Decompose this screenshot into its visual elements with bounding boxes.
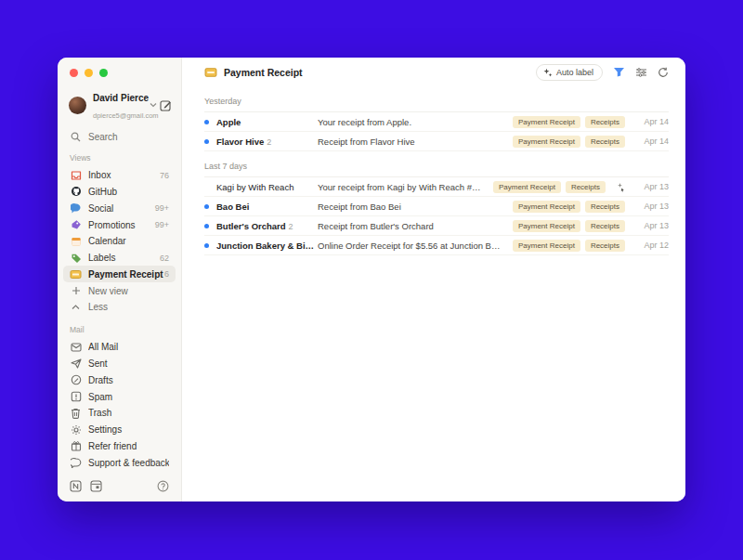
- gift-icon: [70, 440, 82, 451]
- new-view-button[interactable]: New view: [63, 282, 176, 299]
- display-options-button[interactable]: [635, 68, 647, 77]
- refer-friend-label: Refer friend: [88, 441, 169, 451]
- label-chip[interactable]: Receipts: [585, 240, 625, 252]
- thread-count: 2: [267, 137, 271, 147]
- help-button[interactable]: [157, 480, 169, 492]
- account-switcher[interactable]: David Pierce dpierce5@gmail.com: [58, 86, 181, 129]
- email-date: Apr 14: [625, 137, 669, 146]
- email-row[interactable]: Apple Your receipt from Apple. Payment R…: [204, 112, 669, 132]
- settings-label: Settings: [88, 424, 169, 435]
- inbox-icon: [70, 170, 82, 181]
- mail-section-label: Mail: [58, 325, 181, 334]
- filter-button[interactable]: [613, 67, 625, 77]
- sidebar-item-trash[interactable]: Trash: [63, 405, 176, 422]
- sender: Apple: [216, 117, 318, 127]
- label-chip[interactable]: Receipts: [585, 201, 625, 213]
- read-dot-placeholder: [204, 185, 209, 189]
- calendar-icon: [70, 236, 82, 247]
- unread-dot: [204, 139, 209, 144]
- label-chip[interactable]: Receipts: [585, 116, 625, 128]
- support-feedback-button[interactable]: Support & feedback: [63, 454, 176, 471]
- sidebar-item-labels[interactable]: Labels 62: [63, 250, 176, 267]
- sidebar-item-label: All Mail: [88, 342, 169, 352]
- all-mail-icon: [70, 343, 82, 352]
- subject: Receipt from Bao Bei: [318, 202, 513, 212]
- view-title: Payment Receipt: [224, 67, 303, 78]
- email-date: Apr 12: [625, 241, 669, 250]
- sidebar-item-social[interactable]: Social 99+: [63, 200, 176, 216]
- unread-dot: [204, 243, 209, 248]
- label-chip[interactable]: Receipts: [585, 136, 625, 148]
- subject: Receipt from Butler's Orchard: [318, 221, 513, 231]
- notion-app-icon[interactable]: [70, 480, 82, 492]
- views-section-label: Views: [58, 153, 181, 163]
- auto-label-button[interactable]: Auto label: [536, 64, 603, 81]
- sidebar-item-calendar[interactable]: Calendar: [63, 233, 176, 250]
- label-chip[interactable]: Payment Receipt: [493, 181, 561, 193]
- email-date: Apr 13: [625, 221, 669, 230]
- mail-app-window: David Pierce dpierce5@gmail.com Search V…: [58, 58, 685, 501]
- email-row[interactable]: Bao Bei Receipt from Bao Bei Payment Rec…: [204, 197, 669, 216]
- email-row[interactable]: Junction Bakery & Bistro ... Online Orde…: [204, 236, 669, 255]
- sidebar-item-promotions[interactable]: Promotions 99+: [63, 216, 176, 233]
- email-date: Apr 13: [625, 182, 669, 191]
- sidebar-item-inbox[interactable]: Inbox 76: [63, 167, 176, 184]
- sidebar-item-label: Trash: [88, 408, 169, 418]
- label-chip[interactable]: Receipts: [585, 220, 625, 232]
- label-chip[interactable]: Payment Receipt: [513, 136, 580, 148]
- subject: Your receipt from Apple.: [318, 117, 513, 127]
- refer-friend-button[interactable]: Refer friend: [63, 438, 176, 455]
- sidebar-item-sent[interactable]: Sent: [63, 356, 176, 372]
- github-icon: [70, 186, 82, 197]
- settings-icon: [70, 424, 82, 436]
- sidebar-item-spam[interactable]: Spam: [63, 388, 176, 405]
- sidebar-item-label: Inbox: [88, 170, 160, 180]
- label-chip[interactable]: Payment Receipt: [513, 201, 580, 213]
- label-chip[interactable]: Payment Receipt: [513, 240, 580, 252]
- sidebar-item-label: Social: [88, 203, 155, 214]
- sparkle-icon: [543, 68, 553, 77]
- close-window-button[interactable]: [70, 69, 78, 77]
- unread-count: 6: [164, 269, 169, 279]
- unread-dot: [204, 204, 209, 209]
- drafts-icon: [70, 374, 82, 385]
- avatar: [69, 97, 86, 114]
- sender: Bao Bei: [216, 202, 318, 212]
- sidebar-item-github[interactable]: GitHub: [63, 184, 176, 201]
- compose-button[interactable]: [160, 99, 172, 111]
- calendar-app-icon[interactable]: [90, 480, 102, 492]
- less-button[interactable]: Less: [63, 299, 176, 316]
- sidebar-footer: [58, 480, 181, 492]
- payment-card-icon: [70, 269, 82, 280]
- zoom-window-button[interactable]: [99, 69, 108, 77]
- subject: Receipt from Flavor Hive: [318, 137, 513, 147]
- refresh-button[interactable]: [658, 67, 669, 78]
- mail-list-pane: Payment Receipt Auto label Yesterday: [182, 58, 685, 501]
- email-row[interactable]: Flavor Hive2 Receipt from Flavor Hive Pa…: [204, 132, 669, 151]
- sender: Butler's Orchard2: [216, 221, 318, 231]
- sidebar-item-drafts[interactable]: Drafts: [63, 371, 176, 388]
- label-chip[interactable]: Payment Receipt: [513, 116, 580, 128]
- new-view-label: New view: [88, 286, 169, 296]
- minimize-window-button[interactable]: [85, 69, 93, 77]
- email-row[interactable]: Kagi by With Reach Your receipt from Kag…: [204, 177, 669, 197]
- label-chip[interactable]: Payment Receipt: [513, 220, 580, 232]
- sidebar-item-label: GitHub: [88, 187, 169, 197]
- email-row[interactable]: Butler's Orchard2 Receipt from Butler's …: [204, 216, 669, 236]
- sidebar-item-label: Calendar: [88, 236, 169, 246]
- sidebar-item-all-mail[interactable]: All Mail: [63, 339, 176, 356]
- support-feedback-label: Support & feedback: [88, 458, 169, 468]
- spam-icon: [70, 391, 82, 402]
- unread-count: 99+: [155, 220, 169, 229]
- sender: Flavor Hive2: [216, 137, 318, 147]
- unread-count: 62: [160, 254, 169, 263]
- label-chip[interactable]: Receipts: [566, 181, 606, 193]
- settings-button[interactable]: Settings: [63, 422, 176, 438]
- trash-icon: [70, 408, 82, 419]
- search-button[interactable]: Search: [63, 129, 176, 146]
- labels-icon: [70, 253, 82, 264]
- social-icon: [70, 202, 82, 214]
- sender: Kagi by With Reach: [216, 182, 318, 192]
- sidebar-item-payment-receipt[interactable]: Payment Receipt 6: [63, 266, 176, 282]
- section-heading: Last 7 days: [204, 151, 669, 177]
